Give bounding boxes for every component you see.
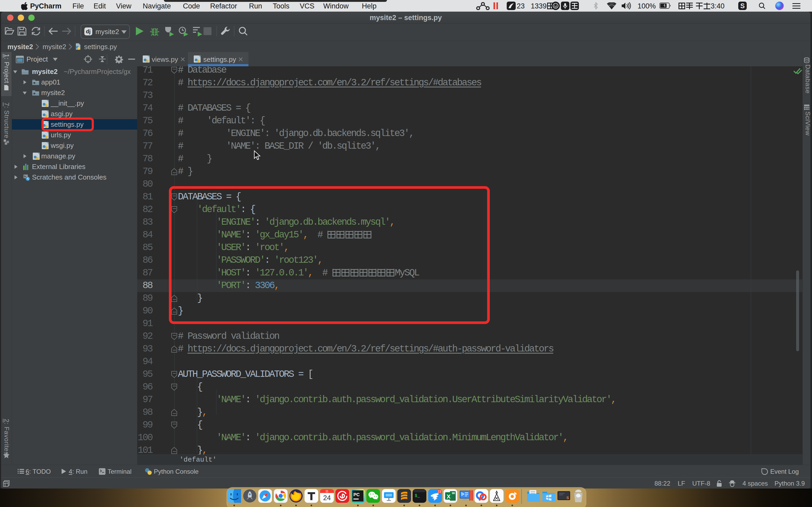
svg-text:S: S xyxy=(566,496,569,500)
svg-text:X: X xyxy=(447,493,451,500)
svg-text:$_: $_ xyxy=(415,494,420,498)
svg-text:PC: PC xyxy=(353,492,360,497)
svg-text:24: 24 xyxy=(323,494,331,502)
svg-text:11: 11 xyxy=(325,490,328,493)
svg-text:23: 23 xyxy=(438,490,441,494)
